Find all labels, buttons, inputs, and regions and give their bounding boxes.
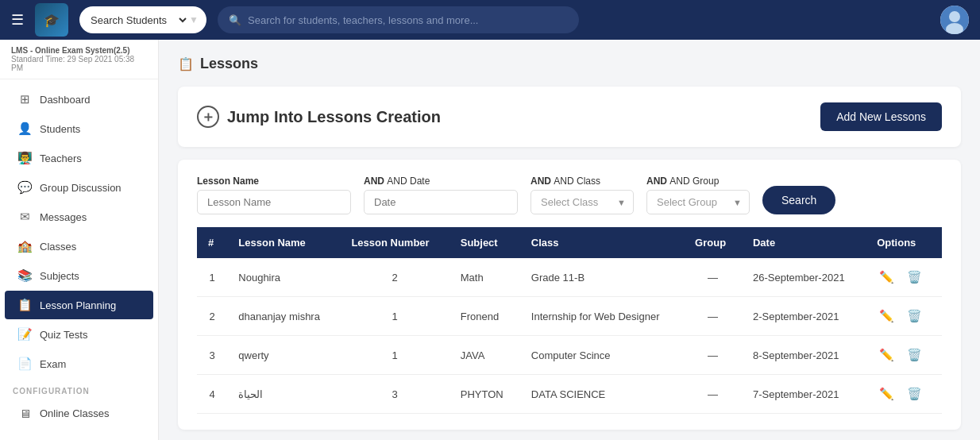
sidebar-item-exam[interactable]: 📄 Exam [5, 349, 153, 378]
search-dropdown-wrapper: Search Students Search Teachers Search L… [79, 6, 206, 33]
svg-point-1 [949, 11, 960, 22]
cell-lesson-name: الحياة [227, 375, 340, 414]
hamburger-icon[interactable]: ☰ [11, 11, 24, 29]
messages-icon: ✉ [17, 210, 32, 224]
page-header: 📋 Lessons [178, 56, 961, 72]
cell-class: Computer Scince [520, 336, 684, 375]
col-header-lesson-number: Lesson Number [340, 227, 449, 258]
sidebar-item-teachers[interactable]: 👨‍🏫 Teachers [5, 144, 153, 172]
jump-lessons-left: ＋ Jump Into Lessons Creation [197, 106, 441, 128]
edit-icon[interactable]: ✏️ [877, 268, 897, 287]
sidebar-label-group-discussion: Group Discussion [40, 182, 122, 194]
sidebar-item-group-discussion[interactable]: 💬 Group Discussion [5, 173, 153, 202]
cell-options: ✏️ 🗑️ [866, 258, 942, 297]
cell-subject: JAVA [449, 336, 520, 375]
cell-num: 1 [197, 258, 227, 297]
lessons-table-wrap: # Lesson Name Lesson Number Subject Clas… [197, 227, 942, 414]
online-classes-icon: 🖥 [17, 407, 32, 420]
class-select[interactable]: Select Class Grade 11-B [531, 190, 634, 214]
cell-group: — [684, 375, 742, 414]
delete-icon[interactable]: 🗑️ [905, 307, 924, 326]
group-select[interactable]: Select Group [646, 190, 750, 214]
sidebar-item-messages[interactable]: ✉ Messages [5, 203, 153, 231]
global-search-input[interactable] [248, 14, 568, 26]
edit-icon[interactable]: ✏️ [877, 345, 897, 365]
teachers-icon: 👨‍🏫 [17, 151, 32, 165]
classes-icon: 🏫 [17, 239, 32, 253]
add-circle-icon[interactable]: ＋ [197, 106, 219, 128]
col-header-options: Options [866, 227, 942, 258]
dropdown-arrow-icon: ▼ [189, 14, 203, 25]
delete-icon[interactable]: 🗑️ [905, 384, 924, 403]
sidebar-label-online-classes: Online Classes [40, 407, 109, 419]
group-select-wrap: Select Group ▼ [646, 190, 750, 214]
cell-options: ✏️ 🗑️ [866, 336, 942, 375]
sidebar-label-quiz-tests: Quiz Tests [40, 329, 87, 341]
col-header-group: Group [684, 227, 742, 258]
search-icon: 🔍 [229, 14, 241, 26]
lessons-header-icon: 📋 [178, 56, 194, 71]
cell-lesson-name: qwerty [227, 336, 340, 375]
col-header-lesson-name: Lesson Name [227, 227, 340, 258]
table-row: 3 qwerty 1 JAVA Computer Scince — 8-Sept… [197, 336, 942, 375]
delete-icon[interactable]: 🗑️ [905, 268, 924, 287]
cell-subject: PHYTON [449, 375, 520, 414]
cell-date: 8-September-2021 [742, 336, 866, 375]
col-header-date: Date [742, 227, 866, 258]
cell-date: 7-September-2021 [742, 375, 866, 414]
main-content: 📋 Lessons ＋ Jump Into Lessons Creation A… [159, 40, 980, 440]
cell-group: — [684, 258, 742, 297]
system-info: LMS - Online Exam System(2.5) Standard T… [0, 40, 158, 79]
filter-date-label: AND AND Date [364, 176, 518, 187]
sidebar-label-students: Students [40, 123, 80, 135]
user-avatar[interactable] [940, 6, 969, 34]
exam-icon: 📄 [17, 357, 32, 371]
filter-card: Lesson Name AND AND Date AND AND Class [178, 160, 961, 430]
cell-lesson-name: Noughira [227, 258, 340, 297]
sidebar-item-dashboard[interactable]: ⊞ Dashboard [5, 85, 153, 114]
col-header-class: Class [520, 227, 684, 258]
date-input[interactable] [364, 190, 518, 214]
cell-options: ✏️ 🗑️ [866, 375, 942, 414]
cell-group: — [684, 336, 742, 375]
sidebar-item-lesson-planning[interactable]: 📋 Lesson Planning [5, 291, 153, 319]
cell-subject: Math [449, 258, 520, 297]
sidebar-label-dashboard: Dashboard [40, 94, 91, 106]
sidebar-nav: ⊞ Dashboard 👤 Students 👨‍🏫 Teachers 💬 Gr… [0, 79, 158, 440]
sidebar-item-online-classes[interactable]: 🖥 Online Classes [5, 399, 153, 427]
system-name: LMS - Online Exam System(2.5) [11, 46, 147, 55]
cell-num: 4 [197, 375, 227, 414]
cell-subject: Fronend [449, 297, 520, 336]
cell-date: 2-September-2021 [742, 297, 866, 336]
sidebar-item-students[interactable]: 👤 Students [5, 114, 153, 143]
sidebar-label-subjects: Subjects [40, 270, 79, 282]
global-search-bar: 🔍 [218, 6, 579, 33]
sidebar-label-messages: Messages [40, 211, 87, 223]
add-new-lessons-button[interactable]: Add New Lessons [820, 102, 942, 131]
lessons-table: # Lesson Name Lesson Number Subject Clas… [197, 227, 942, 414]
system-time: Standard Time: 29 Sep 2021 05:38 PM [11, 55, 147, 72]
sidebar-item-classes[interactable]: 🏫 Classes [5, 232, 153, 261]
edit-icon[interactable]: ✏️ [877, 307, 897, 326]
sidebar-item-subjects[interactable]: 📚 Subjects [5, 261, 153, 290]
cell-class: DATA SCIENCE [520, 375, 684, 414]
filter-group-group: AND AND Group Select Group ▼ [646, 176, 750, 214]
delete-icon[interactable]: 🗑️ [905, 345, 924, 365]
search-type-select[interactable]: Search Students Search Teachers Search L… [79, 14, 189, 27]
logo: 🎓 [35, 3, 68, 37]
sidebar-item-quiz-tests[interactable]: 📝 Quiz Tests [5, 320, 153, 349]
filter-lesson-name-group: Lesson Name [197, 176, 351, 214]
cell-options: ✏️ 🗑️ [866, 297, 942, 336]
quiz-tests-icon: 📝 [17, 327, 32, 342]
cell-num: 2 [197, 297, 227, 336]
table-row: 1 Noughira 2 Math Grade 11-B — 26-Septem… [197, 258, 942, 297]
jump-lessons-row: ＋ Jump Into Lessons Creation Add New Les… [197, 102, 942, 131]
filter-class-label: AND AND Class [531, 176, 634, 187]
search-button[interactable]: Search [762, 186, 835, 214]
sidebar-label-lesson-planning: Lesson Planning [40, 299, 116, 311]
col-header-num: # [197, 227, 227, 258]
cell-group: — [684, 297, 742, 336]
lesson-name-input[interactable] [197, 190, 351, 214]
edit-icon[interactable]: ✏️ [877, 384, 897, 403]
table-row: 2 dhananjay mishra 1 Fronend Internship … [197, 297, 942, 336]
